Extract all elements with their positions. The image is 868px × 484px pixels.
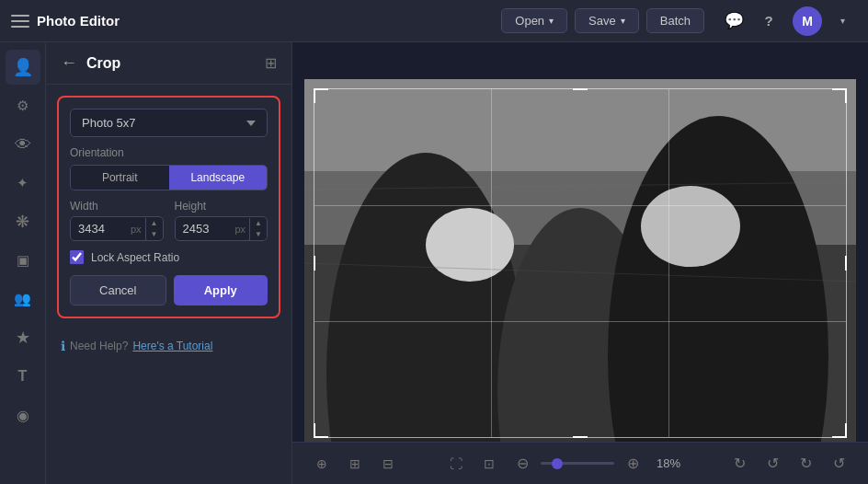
group-icon: 👥 [14,291,31,307]
zoom-in-icon: ⊕ [627,455,639,472]
height-down-button[interactable]: ▼ [250,229,267,240]
bottom-center-tools: ⛶ ⊡ ⊖ ⊕ 18% [441,449,686,478]
layers-bt-button[interactable]: ⊕ [307,449,337,478]
portrait-button[interactable]: Portrait [71,166,169,190]
effects-icon: ❋ [16,212,29,232]
width-spinners: ▲ ▼ [145,218,163,240]
layers-tool-button[interactable]: ▣ [6,243,40,278]
left-panel: ← Crop ⊞ Photo 5x7 Photo 4x6 Square Cust… [46,42,292,484]
width-down-button[interactable]: ▼ [146,229,163,240]
preset-select[interactable]: Photo 5x7 Photo 4x6 Square Custom [70,109,268,137]
dimensions-row: Width px ▲ ▼ Height px [70,200,268,241]
redo-icon: ↻ [800,455,812,472]
back-icon: ← [61,53,77,73]
eye-icon: 👁 [15,135,31,155]
shape-icon: ◉ [17,407,29,424]
history-button[interactable]: ↺ [824,449,853,478]
height-group: Height px ▲ ▼ [175,200,268,241]
sliders-icon: ⚙ [17,98,29,114]
topbar-icons: 💬 ? M ▾ [719,6,857,36]
landscape-label: Landscape [190,171,245,184]
cancel-label: Cancel [99,283,136,297]
magic-icon: ✦ [17,175,29,191]
magic-tool-button[interactable]: ✦ [6,166,40,201]
sticker-tool-button[interactable]: ★ [6,320,40,355]
stamp-bt-button[interactable]: ⊞ [340,449,370,478]
height-spinners: ▲ ▼ [249,218,267,240]
copy-panel-icon: ⊞ [265,55,277,71]
account-chevron-button[interactable]: ▾ [828,6,857,36]
portrait-label: Portrait [102,171,138,184]
help-link[interactable]: Here's a Tutorial [132,340,212,352]
undo-button[interactable]: ↺ [758,449,787,478]
fit-actual-button[interactable]: ⊡ [474,449,504,478]
grid-bt-button[interactable]: ⊟ [373,449,403,478]
help-button[interactable]: ? [754,6,783,36]
info-icon: ℹ [61,339,65,353]
layers-icon: ▣ [17,252,29,269]
main-area: 👤 ⚙ 👁 ✦ ❋ ▣ 👥 ★ T ◉ [0,42,868,484]
image-container [304,79,856,447]
left-toolbar: 👤 ⚙ 👁 ✦ ❋ ▣ 👥 ★ T ◉ [0,42,46,484]
sticker-icon: ★ [16,328,30,348]
width-label: Width [70,200,164,213]
person-tool-button[interactable]: 👤 [6,50,40,85]
lock-aspect-checkbox[interactable] [70,250,84,264]
app-title: Photo Editor [37,13,120,29]
text-icon: T [18,368,28,385]
panel-header: ← Crop ⊞ [46,42,291,85]
shape-tool-button[interactable]: ◉ [6,398,40,432]
fit-actual-icon: ⊡ [484,456,495,471]
rotate-cw-icon: ↻ [734,455,746,472]
cancel-button[interactable]: Cancel [70,275,166,305]
apply-button[interactable]: Apply [174,275,268,305]
filter-tool-button[interactable]: 👁 [6,127,40,162]
effects-tool-button[interactable]: ❋ [6,204,40,239]
batch-button[interactable]: Batch [646,8,704,33]
grid-bt-icon: ⊟ [383,456,394,471]
save-chevron-icon: ▾ [621,16,625,26]
panel-title: Crop [86,55,256,72]
zoom-in-button[interactable]: ⊕ [618,449,647,478]
rotate-cw-button[interactable]: ↻ [725,449,754,478]
undo-icon: ↺ [767,455,779,472]
menu-icon[interactable] [11,12,29,30]
account-chevron-icon: ▾ [840,16,845,26]
adjust-tool-button[interactable]: ⚙ [6,88,40,123]
history-icon: ↺ [833,455,845,472]
help-icon: ? [764,13,772,29]
width-up-button[interactable]: ▲ [146,218,163,229]
zoom-out-button[interactable]: ⊖ [508,449,537,478]
save-label: Save [588,14,616,28]
redo-button[interactable]: ↻ [791,449,820,478]
landscape-button[interactable]: Landscape [169,166,268,190]
group-tool-button[interactable]: 👥 [6,282,40,317]
height-input-wrap: px ▲ ▼ [175,216,268,241]
open-button[interactable]: Open ▾ [501,8,567,33]
save-button[interactable]: Save ▾ [575,8,639,33]
topbar: Photo Editor Open ▾ Save ▾ Batch 💬 ? M ▾ [0,0,868,42]
lock-aspect-label: Lock Aspect Ratio [91,251,179,264]
width-input[interactable] [71,217,131,240]
help-row: ℹ Need Help? Here's a Tutorial [46,329,291,363]
zoom-out-icon: ⊖ [517,455,529,472]
avatar-letter: M [802,14,813,29]
layers-bt-icon: ⊕ [316,456,327,471]
avatar-button[interactable]: M [793,6,822,36]
chat-button[interactable]: 💬 [719,6,748,36]
zoom-level: 18% [651,456,686,470]
bottom-left-tools: ⊕ ⊞ ⊟ [307,449,403,478]
copy-panel-button[interactable]: ⊞ [265,54,277,72]
text-tool-button[interactable]: T [6,359,40,394]
stamp-bt-icon: ⊞ [349,456,360,471]
help-text: Need Help? [70,340,128,352]
height-input[interactable] [176,217,235,240]
fit-button[interactable]: ⛶ [441,449,471,478]
width-input-wrap: px ▲ ▼ [70,216,164,241]
height-label: Height [175,200,268,213]
zoom-slider[interactable] [541,462,614,465]
height-up-button[interactable]: ▲ [250,218,267,229]
canvas-area[interactable]: ⊕ ⊞ ⊟ ⛶ ⊡ ⊖ [292,42,868,484]
back-button[interactable]: ← [61,53,77,73]
chat-icon: 💬 [725,11,744,30]
